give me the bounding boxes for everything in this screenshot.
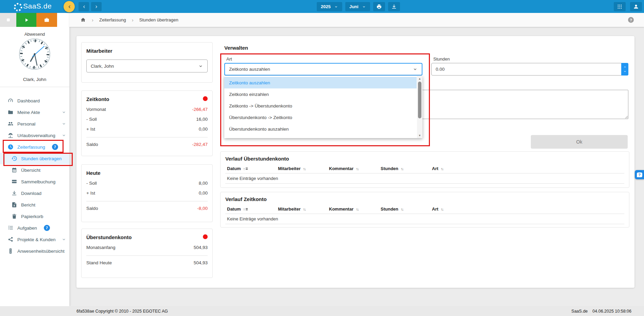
collapse-sidebar-button[interactable] — [64, 1, 75, 12]
sidebar-item-anwesenheitsuebersicht[interactable]: Anwesenheitsübersicht — [0, 245, 69, 257]
sidebar-item-stunden-uebertragen[interactable]: Stunden übertragen — [0, 153, 69, 164]
user-account-button[interactable] — [630, 2, 642, 11]
footer-brand: SaaS.de — [571, 309, 588, 314]
sidebar-item-uebersicht[interactable]: Übersicht — [0, 164, 69, 176]
art-option-5[interactable]: Überstundenkonto auszahlen — [224, 123, 417, 135]
scrollbar-thumb[interactable] — [418, 82, 421, 118]
sidebar-item-label: Übersicht — [21, 168, 40, 173]
sidebar-item-projekte-kunden[interactable]: Projekte & Kunden — [0, 234, 69, 245]
year-value: 2025 — [321, 4, 331, 9]
nav-forward-button[interactable] — [91, 2, 102, 11]
sidebar-item-meine-akte[interactable]: Meine Akte — [0, 106, 69, 118]
column-mitarbeiter[interactable]: Mitarbeiter ↑↓ — [278, 166, 329, 171]
sidebar-item-label: Bericht — [21, 202, 35, 207]
people-icon — [7, 121, 14, 127]
stunden-input[interactable] — [432, 63, 619, 75]
column-stunden[interactable]: Stunden ↑↓ — [381, 206, 432, 212]
heute-title: Heute — [86, 170, 208, 176]
heute-panel: Heute - Soll 8,00 + Ist 0,00 Saldo -8,00 — [81, 164, 213, 222]
sort-icon: ↑↓ — [401, 167, 403, 171]
sidebar-item-personal[interactable]: Personal — [0, 118, 69, 130]
nav-back-button[interactable] — [79, 2, 89, 11]
stack-icon — [11, 179, 17, 185]
heute-row: + Ist 0,00 — [86, 190, 208, 196]
folder-icon — [7, 109, 14, 115]
dropdown-scrollbar[interactable]: ▲ ▼ — [417, 76, 422, 138]
help-fab-button[interactable]: ? — [635, 170, 644, 179]
art-option-1[interactable]: Zeitkonto auszahlen — [224, 77, 417, 88]
app-logo[interactable]: SaaS.de — [12, 1, 52, 12]
breadcrumb: › Zeiterfassung › Stunden übertragen ? — [69, 13, 644, 27]
footer-copyright: 6fa538ae Copyright © 2010 - 2025 EGOTEC … — [76, 309, 168, 314]
dashboard-icon — [7, 98, 14, 104]
art-option-3[interactable]: Zeitkonto -> Überstundenkonto — [224, 100, 417, 112]
sidebar-item-label: Meine Akte — [17, 110, 40, 115]
month-select[interactable]: Juni — [345, 2, 370, 11]
zeitkonto-saldo-row: Saldo -282,47 — [86, 142, 208, 147]
apps-grid-button[interactable] — [614, 2, 626, 11]
sidebar-item-dashboard[interactable]: Dashboard — [0, 95, 69, 106]
ueberstunden-row: Monatsanfang 504,93 — [86, 245, 208, 250]
mitarbeiter-select[interactable]: Clark, John — [86, 60, 208, 72]
sidebar-item-papierkorb[interactable]: Papierkorb — [0, 211, 69, 222]
history-icon — [11, 155, 17, 162]
sidebar-item-zeiterfassung[interactable]: Zeiterfassung 7 — [0, 141, 69, 153]
sort-icon: ↑↓ — [303, 207, 305, 211]
chevron-down-icon — [413, 67, 418, 72]
tasks-icon — [7, 225, 14, 231]
art-option-4[interactable]: Überstundenkonto -> Zeitkonto — [224, 112, 417, 123]
stop-button[interactable] — [0, 13, 16, 27]
sidebar-item-bericht[interactable]: Bericht — [0, 199, 69, 211]
business-trip-button[interactable] — [36, 13, 57, 27]
art-select[interactable]: Zeitkonto auszahlen — [224, 63, 422, 76]
chevron-down-icon — [62, 121, 66, 126]
ok-button[interactable]: Ok — [531, 135, 628, 149]
sort-icon: ↑↓ — [401, 207, 403, 211]
export-button[interactable] — [388, 2, 400, 11]
row-value: 0,00 — [199, 190, 208, 196]
column-kommentar[interactable]: Kommentar ↑↓ — [329, 206, 381, 212]
zeitkonto-row: + Ist 0,00 — [86, 127, 208, 132]
column-datum[interactable]: Datum ↑ — [227, 166, 278, 171]
saldo-value: -8,00 — [197, 206, 208, 211]
row-value: 0,00 — [199, 127, 208, 132]
printer-icon — [376, 4, 382, 10]
footer-datetime: 04.06.2025 10:58:06 — [592, 309, 631, 314]
start-work-button[interactable] — [16, 13, 36, 27]
year-select[interactable]: 2025 — [317, 2, 342, 11]
column-datum[interactable]: Datum ↑ — [227, 206, 278, 212]
table-header: Datum ↑ Mitarbeiter ↑↓ Kommentar ↑↓ Stun… — [225, 204, 624, 214]
scroll-down-icon[interactable]: ▼ — [417, 133, 422, 138]
column-art[interactable]: Art ↑↓ — [432, 166, 624, 171]
column-art[interactable]: Art ↑↓ — [432, 206, 624, 212]
page-help-icon[interactable]: ? — [628, 17, 634, 23]
breadcrumb-zeiterfassung[interactable]: Zeiterfassung — [99, 17, 126, 22]
sort-icon: ↑↓ — [356, 207, 358, 211]
ueberstundenkonto-panel: Überstundenkonto Monatsanfang 504,93 Sta… — [81, 229, 213, 278]
breadcrumb-stunden-uebertragen[interactable]: Stunden übertragen — [139, 17, 178, 22]
topbar: SaaS.de 2025 Juni — [0, 0, 644, 13]
art-option-2[interactable]: Zeitkonto einzahlen — [224, 88, 417, 100]
scroll-up-icon[interactable]: ▲ — [417, 76, 422, 81]
sidebar-item-sammelbuchung[interactable]: Sammelbuchung — [0, 176, 69, 187]
breadcrumb-separator: › — [132, 17, 134, 23]
column-mitarbeiter[interactable]: Mitarbeiter ↑↓ — [278, 206, 329, 212]
sidebar-item-label: Dashboard — [17, 98, 40, 103]
sidebar-item-urlaubsverwaltung[interactable]: Urlaubsverwaltung — [0, 130, 69, 141]
sidebar-item-download[interactable]: Download — [0, 187, 69, 199]
sidebar-item-aufgaben[interactable]: Aufgaben 7 — [0, 222, 69, 234]
stunden-spinner[interactable] — [621, 63, 628, 76]
status-dot-red — [203, 96, 208, 101]
column-stunden[interactable]: Stunden ↑↓ — [381, 166, 432, 171]
column-kommentar[interactable]: Kommentar ↑↓ — [329, 166, 381, 171]
home-icon[interactable] — [80, 17, 86, 23]
chevron-left-icon — [81, 4, 87, 10]
row-value: 8,00 — [199, 181, 208, 186]
sidebar-item-label: Download — [21, 191, 41, 196]
sidebar-item-label: Projekte & Kunden — [17, 237, 56, 242]
sidebar-divider — [0, 87, 69, 87]
footer: 6fa538ae Copyright © 2010 - 2025 EGOTEC … — [0, 306, 644, 316]
print-button[interactable] — [373, 2, 385, 11]
verlauf-zeitkonto-title: Verlauf Zeitkonto — [225, 196, 624, 202]
sidebar-item-label: Urlaubsverwaltung — [17, 133, 55, 138]
